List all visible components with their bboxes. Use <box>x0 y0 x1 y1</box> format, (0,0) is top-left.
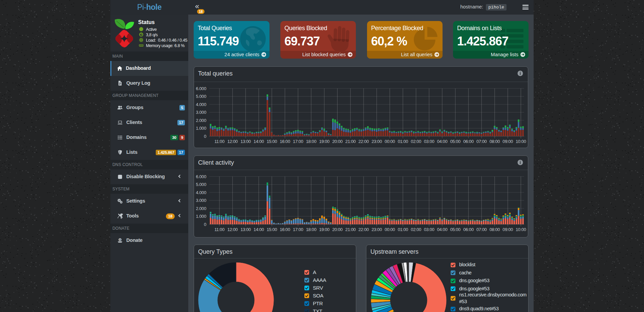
svg-text:10:00: 10:00 <box>516 227 526 232</box>
svg-text:5.000: 5.000 <box>196 94 206 99</box>
svg-text:18:00: 18:00 <box>306 227 317 232</box>
svg-text:05:00: 05:00 <box>450 227 460 232</box>
svg-text:07:00: 07:00 <box>476 139 487 144</box>
svg-text:2.000: 2.000 <box>196 206 206 211</box>
svg-text:2.000: 2.000 <box>196 118 206 123</box>
svg-text:22:00: 22:00 <box>359 139 369 144</box>
svg-text:03:00: 03:00 <box>424 227 434 232</box>
svg-text:10:00: 10:00 <box>516 139 526 144</box>
svg-text:0: 0 <box>204 134 206 139</box>
svg-text:07:00: 07:00 <box>476 227 487 232</box>
svg-text:3.000: 3.000 <box>196 198 206 203</box>
svg-text:3.000: 3.000 <box>196 110 206 115</box>
svg-text:06:00: 06:00 <box>463 227 474 232</box>
svg-text:11:00: 11:00 <box>214 227 224 232</box>
svg-text:08:00: 08:00 <box>490 227 500 232</box>
svg-text:21:00: 21:00 <box>345 139 356 144</box>
svg-text:20:00: 20:00 <box>332 227 343 232</box>
svg-text:4.000: 4.000 <box>196 190 206 195</box>
svg-text:6.000: 6.000 <box>196 174 206 179</box>
svg-text:04:00: 04:00 <box>437 227 448 232</box>
svg-text:00:00: 00:00 <box>385 139 395 144</box>
svg-text:15:00: 15:00 <box>267 227 277 232</box>
svg-text:5.000: 5.000 <box>196 182 206 187</box>
svg-text:4.000: 4.000 <box>196 102 206 107</box>
svg-text:1.000: 1.000 <box>196 126 206 131</box>
svg-text:21:00: 21:00 <box>345 227 356 232</box>
svg-text:16:00: 16:00 <box>280 227 290 232</box>
svg-text:18:00: 18:00 <box>306 139 317 144</box>
svg-text:01:00: 01:00 <box>398 227 408 232</box>
svg-text:1.000: 1.000 <box>196 214 206 219</box>
svg-text:01:00: 01:00 <box>398 139 408 144</box>
svg-text:17:00: 17:00 <box>293 139 303 144</box>
svg-text:0: 0 <box>204 222 206 227</box>
svg-text:09:00: 09:00 <box>502 139 513 144</box>
svg-text:15:00: 15:00 <box>267 139 277 144</box>
svg-text:12:00: 12:00 <box>227 139 238 144</box>
svg-text:13:00: 13:00 <box>240 139 251 144</box>
svg-text:6.000: 6.000 <box>196 86 206 91</box>
svg-text:03:00: 03:00 <box>424 139 434 144</box>
svg-text:11:00: 11:00 <box>214 139 224 144</box>
svg-text:05:00: 05:00 <box>450 139 460 144</box>
svg-text:14:00: 14:00 <box>254 139 264 144</box>
svg-text:00:00: 00:00 <box>385 227 395 232</box>
svg-text:17:00: 17:00 <box>293 227 303 232</box>
svg-text:04:00: 04:00 <box>437 139 448 144</box>
svg-text:12:00: 12:00 <box>227 227 238 232</box>
svg-text:22:00: 22:00 <box>359 227 369 232</box>
svg-text:13:00: 13:00 <box>240 227 251 232</box>
svg-text:14:00: 14:00 <box>254 227 264 232</box>
svg-text:20:00: 20:00 <box>332 139 343 144</box>
svg-text:02:00: 02:00 <box>411 139 421 144</box>
svg-text:16:00: 16:00 <box>280 139 290 144</box>
svg-text:19:00: 19:00 <box>319 139 329 144</box>
svg-text:02:00: 02:00 <box>411 227 421 232</box>
svg-text:08:00: 08:00 <box>490 139 500 144</box>
svg-text:23:00: 23:00 <box>371 139 382 144</box>
svg-text:23:00: 23:00 <box>371 227 382 232</box>
svg-text:19:00: 19:00 <box>319 227 329 232</box>
svg-text:$: $ <box>119 238 121 241</box>
svg-text:06:00: 06:00 <box>463 139 474 144</box>
svg-text:09:00: 09:00 <box>502 227 513 232</box>
